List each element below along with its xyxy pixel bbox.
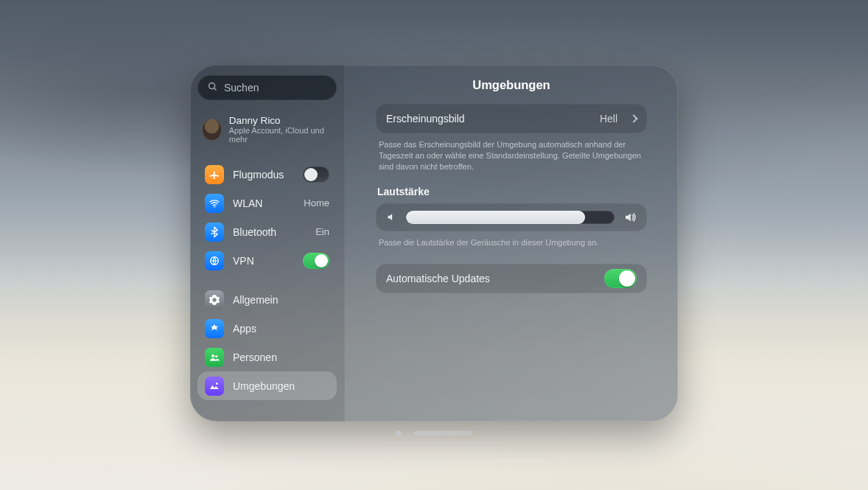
search-input[interactable] — [224, 82, 327, 94]
sidebar-item-general[interactable]: Allgemein — [197, 285, 337, 314]
volume-heading: Lautstärke — [377, 186, 645, 197]
auto-updates-label: Automatische Updates — [386, 273, 595, 284]
appearance-caption: Passe das Erscheinungsbild der Umgebung … — [379, 139, 644, 172]
account-subtitle: Apple Account, iCloud und mehr — [229, 126, 332, 144]
svg-line-1 — [214, 88, 217, 91]
page-indicator — [396, 430, 472, 436]
volume-slider-fill — [406, 211, 585, 224]
appstore-icon — [205, 319, 224, 338]
account-row[interactable]: Danny Rico Apple Account, iCloud und meh… — [197, 111, 337, 148]
sidebar-item-apps[interactable]: Apps — [197, 314, 337, 343]
sidebar-item-environments[interactable]: Umgebungen — [197, 371, 337, 400]
wifi-icon — [205, 194, 224, 213]
wlan-detail: Home — [304, 197, 329, 209]
svg-point-4 — [211, 354, 214, 357]
airplane-toggle[interactable] — [303, 167, 329, 183]
account-name: Danny Rico — [229, 115, 332, 126]
sidebar-item-label: Apps — [233, 323, 329, 335]
sidebar-item-wlan[interactable]: WLAN Home — [197, 189, 337, 217]
sidebar-item-label: VPN — [233, 255, 294, 267]
sidebar-settings-group: Allgemein Apps Personen Umgebungen — [197, 285, 337, 400]
home-indicator[interactable] — [413, 431, 472, 435]
sidebar-item-airplane[interactable]: Flugmodus — [197, 160, 337, 189]
chevron-right-icon — [629, 114, 637, 122]
sidebar-quick-group: Flugmodus WLAN Home Bluetooth — [197, 160, 337, 275]
airplane-icon — [205, 165, 224, 184]
auto-updates-toggle[interactable] — [604, 269, 637, 288]
search-field[interactable] — [197, 75, 337, 100]
page-title: Umgebungen — [376, 78, 647, 92]
volume-caption: Passe die Lautstärke der Geräusche in di… — [379, 237, 644, 248]
avatar — [202, 119, 222, 141]
sidebar-item-label: Allgemein — [233, 294, 329, 306]
svg-point-5 — [215, 355, 217, 357]
auto-updates-row[interactable]: Automatische Updates — [376, 264, 647, 293]
sidebar-item-label: Flugmodus — [233, 169, 294, 181]
sidebar-item-label: Umgebungen — [233, 380, 329, 392]
settings-window: Danny Rico Apple Account, iCloud und meh… — [190, 65, 678, 421]
vpn-toggle[interactable] — [303, 253, 329, 269]
landscape-icon — [205, 377, 224, 396]
volume-slider[interactable] — [406, 211, 615, 224]
bluetooth-detail: Ein — [315, 226, 329, 237]
appearance-label: Erscheinungsbild — [386, 113, 591, 125]
page-dot[interactable] — [396, 430, 402, 436]
speaker-high-icon — [623, 211, 637, 224]
speaker-low-icon — [386, 211, 397, 223]
volume-row — [376, 203, 647, 231]
gear-icon — [205, 290, 224, 309]
appearance-row[interactable]: Erscheinungsbild Hell — [376, 104, 647, 133]
sidebar-item-vpn[interactable]: VPN — [197, 246, 337, 275]
appearance-value: Hell — [600, 113, 617, 125]
bluetooth-icon — [205, 223, 224, 242]
sidebar-item-label: Personen — [233, 351, 329, 363]
people-icon — [205, 348, 224, 367]
svg-point-2 — [214, 206, 215, 207]
sidebar-item-people[interactable]: Personen — [197, 343, 337, 371]
sidebar: Danny Rico Apple Account, iCloud und meh… — [190, 65, 345, 421]
sidebar-item-label: Bluetooth — [233, 226, 307, 238]
svg-point-6 — [216, 382, 218, 385]
search-icon — [207, 81, 218, 94]
sidebar-item-label: WLAN — [233, 197, 295, 209]
globe-icon — [205, 251, 224, 270]
svg-point-0 — [209, 83, 215, 89]
sidebar-item-bluetooth[interactable]: Bluetooth Ein — [197, 217, 337, 246]
main-pane: Umgebungen Erscheinungsbild Hell Passe d… — [345, 65, 678, 421]
